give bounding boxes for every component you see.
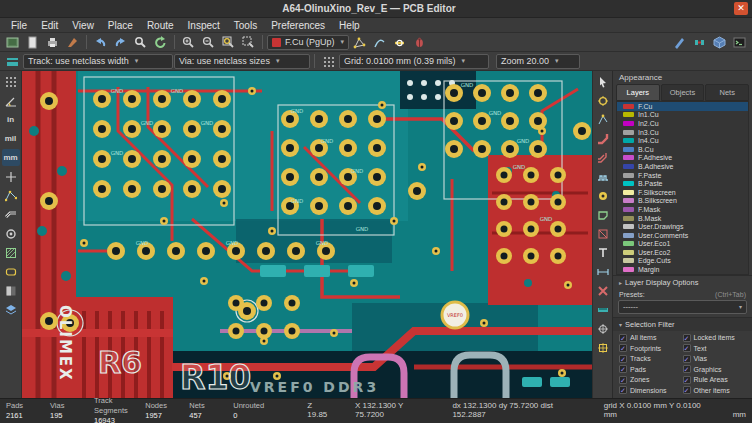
grid-origin-tool-icon[interactable] [594,339,612,356]
pad-display-mode-icon[interactable] [2,263,20,280]
pcb-canvas[interactable]: GNDGNDGNDGNDGNDGNDGNDGNDGNDGNDGNDGNDGNDG… [22,71,592,398]
tune-length-tool-icon[interactable] [594,168,612,185]
zoom-fit-icon[interactable] [219,34,238,51]
grid-settings-icon[interactable] [319,53,338,70]
layer-row-f-adhesive[interactable]: F.Adhesive [617,154,748,163]
close-button[interactable]: ✕ [734,2,748,15]
delete-tool-icon[interactable] [594,282,612,299]
find-icon[interactable] [131,34,150,51]
layer-row-in1-cu[interactable]: In1.Cu [617,111,748,120]
filter-footprints[interactable]: ✓Footprints [619,344,683,352]
dim-inactive-layers-icon[interactable] [2,282,20,299]
filter-graphics[interactable]: ✓Graphics [683,365,747,373]
add-zone-tool-icon[interactable] [594,206,612,223]
polar-coordinates-icon[interactable] [2,92,20,109]
layer-color-swatch[interactable] [623,267,634,272]
active-layer-select[interactable]: F.Cu (PgUp) [267,35,349,50]
redo-icon[interactable] [111,34,130,51]
layer-row-f-silkscreen[interactable]: F.Silkscreen [617,188,748,197]
print-icon[interactable] [43,34,62,51]
filter-tracks[interactable]: ✓Tracks [619,355,683,363]
zoom-in-icon[interactable] [179,34,198,51]
filter-dimensions[interactable]: ✓Dimensions [619,386,683,394]
layer-row-edge-cuts[interactable]: Edge.Cuts [617,257,748,266]
layer-row-f-paste[interactable]: F.Paste [617,171,748,180]
checkbox-checked[interactable]: ✓ [683,334,691,342]
layer-row-f-mask[interactable]: F.Mask [617,205,748,214]
layer-color-swatch[interactable] [623,190,634,195]
layer-row-b-paste[interactable]: B.Paste [617,179,748,188]
layer-color-swatch[interactable] [623,155,634,160]
units-inches-icon[interactable]: in [2,111,20,128]
collapse-icon[interactable] [619,320,622,329]
ratsnest-visibility-icon[interactable] [2,187,20,204]
layer-row-in3-cu[interactable]: In3.Cu [617,128,748,137]
menu-preferences[interactable]: Preferences [264,18,332,33]
layer-color-swatch[interactable] [623,224,634,229]
checkbox-checked[interactable]: ✓ [683,386,691,394]
via-outline-mode-icon[interactable] [2,225,20,242]
checkbox-checked[interactable]: ✓ [619,334,627,342]
highlight-net-tool-icon[interactable] [594,92,612,109]
expand-icon[interactable] [619,278,622,287]
zone-display-mode-icon[interactable] [2,244,20,261]
layer-display-options[interactable]: Layer Display Options [613,275,752,289]
checkbox-checked[interactable]: ✓ [619,355,627,363]
menu-view[interactable]: View [65,18,101,33]
layer-row-in2-cu[interactable]: In2.Cu [617,119,748,128]
layer-color-swatch[interactable] [623,130,634,135]
filter-text[interactable]: ✓Text [683,344,747,352]
zoom-out-icon[interactable] [199,34,218,51]
layer-color-swatch[interactable] [623,258,634,263]
grid-visibility-icon[interactable] [2,73,20,90]
layer-row-in4-cu[interactable]: In4.Cu [617,136,748,145]
local-ratsnest-tool-icon[interactable] [594,111,612,128]
add-text-tool-icon[interactable] [594,244,612,261]
layer-color-swatch[interactable] [623,104,634,109]
menu-file[interactable]: File [4,18,34,33]
pcb-drawing[interactable]: GNDGNDGNDGNDGNDGNDGNDGNDGNDGNDGNDGNDGNDG… [22,71,592,398]
select-tool-icon[interactable] [594,73,612,90]
layer-color-swatch[interactable] [623,250,634,255]
layer-row-b-mask[interactable]: B.Mask [617,214,748,223]
presets-select[interactable]: ------ [618,300,747,314]
checkbox-checked[interactable]: ✓ [619,386,627,394]
layer-color-swatch[interactable] [623,198,634,203]
drc-icon[interactable] [410,34,429,51]
zoom-select[interactable]: Zoom 20.00 [496,54,580,69]
checkbox-checked[interactable]: ✓ [683,344,691,352]
units-mm-icon[interactable]: mm [2,149,20,166]
layer-color-swatch[interactable] [623,241,634,246]
add-dimension-tool-icon[interactable] [594,263,612,280]
filter-rule-areas[interactable]: ✓Rule Areas [683,376,747,384]
layer-row-b-silkscreen[interactable]: B.Silkscreen [617,197,748,206]
filter-pads[interactable]: ✓Pads [619,365,683,373]
cursor-shape-icon[interactable] [2,168,20,185]
layer-row-user-comments[interactable]: User.Comments [617,231,748,240]
layer-color-swatch[interactable] [623,181,634,186]
3d-viewer-icon[interactable] [710,34,729,51]
menu-edit[interactable]: Edit [34,18,65,33]
layer-row-margin[interactable]: Margin [617,265,748,274]
refresh-icon[interactable] [151,34,170,51]
undo-icon[interactable] [91,34,110,51]
layer-row-user-eco2[interactable]: User.Eco2 [617,248,748,257]
graphics-tool-icon[interactable] [670,34,689,51]
layer-color-swatch[interactable] [623,147,634,152]
layer-color-swatch[interactable] [623,233,634,238]
checkbox-checked[interactable]: ✓ [683,376,691,384]
layer-row-f-cu[interactable]: F.Cu [617,102,748,111]
checkbox-checked[interactable]: ✓ [619,376,627,384]
grid-select[interactable]: Grid: 0.0100 mm (0.39 mils) [339,54,489,69]
filter-zones[interactable]: ✓Zones [619,376,683,384]
curved-ratsnest-icon[interactable] [370,34,389,51]
menu-tools[interactable]: Tools [227,18,264,33]
script-console-icon[interactable] [730,34,749,51]
appearance-manager-icon[interactable] [2,301,20,318]
drill-origin-tool-icon[interactable] [594,320,612,337]
route-diff-pair-tool-icon[interactable] [594,149,612,166]
filter-vias[interactable]: ✓Vias [683,355,747,363]
menu-inspect[interactable]: Inspect [181,18,227,33]
tab-layers[interactable]: Layers [616,84,660,101]
layer-color-swatch[interactable] [623,138,634,143]
